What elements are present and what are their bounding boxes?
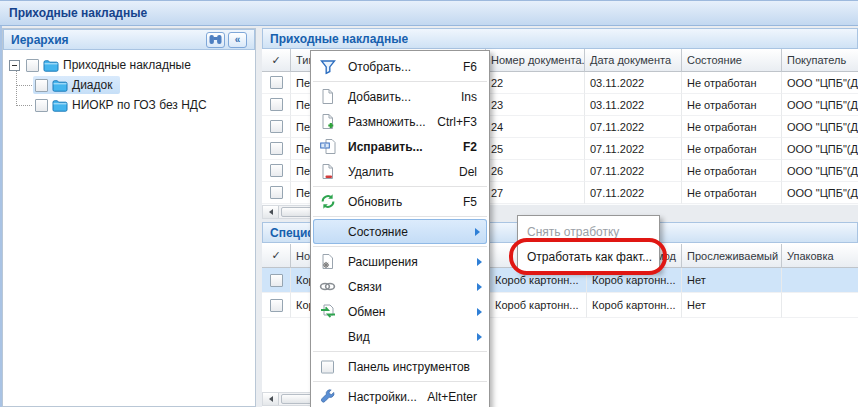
menu-item-links[interactable]: Связи — [311, 274, 489, 299]
cell-date: 07.11.2022 — [585, 116, 682, 138]
hierarchy-caption: Иерархия « — [3, 29, 255, 50]
menu-item-delete[interactable]: Удалить Del — [311, 159, 489, 184]
cell-buyer: ООО "ЦПБ"(Д — [782, 116, 858, 138]
search-button[interactable] — [206, 32, 225, 48]
cell-date: 07.11.2022 — [585, 182, 682, 204]
row-checkbox[interactable] — [270, 164, 283, 177]
checkbox-icon — [319, 358, 336, 375]
hierarchy-panel: Иерархия « Приходные накладные — [2, 28, 256, 407]
window-title: Приходные накладные — [9, 6, 147, 20]
cell-number: 25 — [486, 138, 585, 160]
submenu-arrow-icon — [477, 283, 482, 291]
column-header-date[interactable]: Дата документа — [585, 49, 682, 72]
row-checkbox[interactable] — [270, 142, 283, 155]
exchange-icon — [319, 303, 336, 320]
column-header-buyer[interactable]: Покупатель — [782, 49, 858, 72]
settings-wrench-icon — [319, 388, 336, 405]
scroll-left-button[interactable] — [263, 393, 279, 405]
extensions-icon — [319, 253, 336, 270]
delete-document-icon — [319, 163, 336, 180]
column-header-check[interactable]: ✓ — [262, 49, 291, 72]
cell-number: 26 — [486, 160, 585, 182]
cell-buyer: ООО "ЦПБ"(Д — [782, 94, 858, 116]
submenu-arrow-icon — [477, 308, 482, 316]
collapse-panel-button[interactable]: « — [228, 32, 247, 48]
menu-item-filter[interactable]: Отобрать... F6 — [311, 54, 489, 79]
menu-item-exchange[interactable]: Обмен — [311, 299, 489, 324]
row-checkbox[interactable] — [270, 76, 283, 89]
row-checkbox[interactable] — [270, 120, 283, 133]
red-highlight-annotation — [509, 238, 667, 275]
column-header-check[interactable]: ✓ — [262, 244, 291, 268]
row-checkbox[interactable] — [270, 274, 283, 287]
menu-item-state[interactable]: Состояние — [313, 219, 487, 244]
cell-number: 22 — [486, 72, 585, 94]
cell-state: Не отработан — [682, 160, 782, 182]
cell-packaging — [782, 293, 858, 318]
menu-item-edit[interactable]: Исправить... F2 — [311, 134, 489, 159]
cell-traceable: Нет — [682, 293, 782, 318]
tree-item-niokr[interactable]: НИОКР по ГОЗ без НДС — [3, 95, 215, 115]
cell-state: Не отработан — [682, 72, 782, 94]
cell-state: Не отработан — [682, 116, 782, 138]
menu-item-refresh[interactable]: Обновить F5 — [311, 189, 489, 214]
row-checkbox[interactable] — [270, 186, 283, 199]
tree-item-label: Приходные накладные — [63, 58, 191, 72]
tree-item-root[interactable]: Приходные накладные — [3, 55, 199, 75]
column-header-state[interactable]: Состояние — [682, 49, 782, 72]
menu-item-view[interactable]: Вид — [311, 324, 489, 349]
invoices-title: Приходные накладные — [270, 32, 408, 46]
cell-buyer: ООО "ЦПБ"(Д — [782, 160, 858, 182]
menu-item-settings[interactable]: Настройки... Alt+Enter — [311, 384, 489, 407]
cell-traceable: Нет — [682, 268, 782, 293]
cell-state: Не отработан — [682, 94, 782, 116]
menu-item-add[interactable]: Добавить... Ins — [311, 84, 489, 109]
clone-document-icon — [319, 113, 336, 130]
cell-date: 03.11.2022 — [585, 94, 682, 116]
row-checkbox[interactable] — [270, 299, 283, 312]
hierarchy-title: Иерархия — [11, 33, 69, 47]
edit-document-icon — [319, 138, 336, 155]
refresh-icon — [319, 193, 336, 210]
cell-number: 23 — [486, 94, 585, 116]
context-menu: Отобрать... F6 Добавить... Ins Размножит… — [310, 50, 490, 407]
tree-checkbox[interactable] — [35, 99, 48, 112]
tree-collapse-icon[interactable] — [9, 60, 20, 71]
tree-checkbox[interactable] — [35, 79, 48, 92]
folder-icon — [52, 79, 68, 92]
add-document-icon — [319, 88, 336, 105]
submenu-arrow-icon — [477, 333, 482, 341]
window-titlebar: Приходные накладные — [0, 0, 858, 26]
submenu-arrow-icon — [475, 228, 480, 236]
hierarchy-toolbar: « — [203, 32, 247, 48]
cell-number: 24 — [486, 116, 585, 138]
tree-item-diadok[interactable]: Диадок — [3, 75, 120, 95]
arrow-left-icon — [269, 396, 273, 402]
column-header-packaging[interactable]: Упаковка — [782, 244, 858, 268]
binoculars-icon — [209, 34, 222, 45]
arrow-left-icon — [269, 209, 273, 215]
tree-item-label: НИОКР по ГОЗ без НДС — [72, 98, 207, 112]
cell-date: 07.11.2022 — [585, 138, 682, 160]
menu-item-clone[interactable]: Размножить... Ctrl+F3 — [311, 109, 489, 134]
cell-date: 07.11.2022 — [585, 160, 682, 182]
cell-state: Не отработан — [682, 182, 782, 204]
folder-open-icon — [43, 59, 59, 72]
cell-buyer: ООО "ЦПБ"(Д — [782, 182, 858, 204]
submenu-arrow-icon — [477, 258, 482, 266]
cell-col3: Короб картонн... — [490, 293, 587, 318]
links-icon — [319, 278, 336, 295]
scroll-left-button[interactable] — [263, 206, 279, 218]
row-checkbox[interactable] — [270, 98, 283, 111]
tree-checkbox[interactable] — [26, 59, 39, 72]
cell-number: 27 — [486, 182, 585, 204]
hierarchy-tree: Приходные накладные Диадок НИОКР по ГОЗ … — [3, 50, 255, 406]
menu-item-toolbar-toggle[interactable]: Панель инструментов — [311, 354, 489, 379]
menu-item-extensions[interactable]: Расширения — [311, 249, 489, 274]
filter-icon — [319, 58, 336, 75]
cell-date: 03.11.2022 — [585, 72, 682, 94]
column-header-number[interactable]: Номер документа. — [486, 49, 585, 72]
column-header-traceable[interactable]: Прослеживаемый — [682, 244, 782, 268]
cell-col4: Короб картонн... — [587, 293, 682, 318]
tree-item-label: Диадок — [72, 78, 112, 92]
